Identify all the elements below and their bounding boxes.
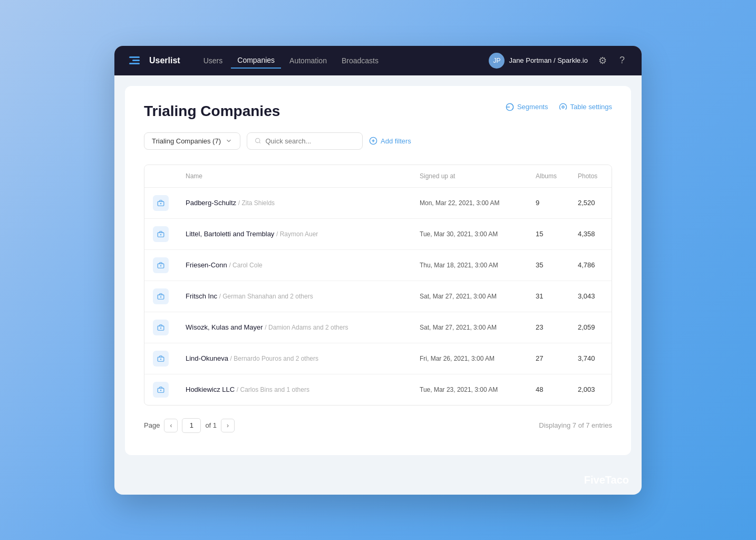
user-name: Jane Portman / Sparkle.io — [509, 56, 588, 64]
col-date-header: Signed up at — [411, 165, 527, 188]
nav-companies[interactable]: Companies — [231, 53, 281, 69]
company-name: Lind-Okuneva — [186, 354, 228, 362]
table-header-row: Name Signed up at Albums Photos — [144, 165, 612, 188]
nav-users[interactable]: Users — [197, 53, 229, 68]
row-albums-cell: 15 — [527, 218, 569, 249]
prev-page-button[interactable]: ‹ — [164, 419, 178, 432]
nav-links: Users Companies Automation Broadcasts — [197, 53, 472, 69]
search-wrap — [247, 132, 363, 150]
row-date-cell: Sat, Mar 27, 2021, 3:00 AM — [411, 312, 527, 343]
col-name-header: Name — [177, 165, 411, 188]
footer-brand: FiveTaco — [114, 466, 642, 495]
company-name: Padberg-Schultz — [186, 199, 236, 207]
page-title: Trialing Companies — [144, 103, 280, 120]
page-header: Trialing Companies Segments Table settin… — [144, 103, 612, 120]
segment-dropdown[interactable]: Trialing Companies (7) — [144, 132, 240, 150]
row-name-cell: Lind-Okuneva / Bernardo Pouros and 2 oth… — [177, 343, 411, 374]
help-icon[interactable]: ? — [617, 53, 627, 68]
company-user: / Carlos Bins and 1 others — [237, 386, 309, 393]
table-row[interactable]: Littel, Bartoletti and Tremblay / Raymon… — [144, 218, 612, 249]
row-albums-cell: 23 — [527, 312, 569, 343]
row-photos-cell: 2,059 — [569, 312, 612, 343]
avatar: JP — [489, 53, 505, 69]
company-user: / Carol Cole — [229, 262, 262, 269]
row-name-cell: Littel, Bartoletti and Tremblay / Raymon… — [177, 218, 411, 249]
pagination-info: Displaying 7 of 7 entries — [539, 421, 612, 429]
nav-broadcasts[interactable]: Broadcasts — [335, 53, 385, 68]
chevron-down-icon — [225, 137, 232, 144]
row-albums-cell: 48 — [527, 374, 569, 405]
page-actions: Segments Table settings — [506, 103, 612, 111]
nav-automation[interactable]: Automation — [283, 53, 333, 68]
row-date-cell: Sat, Mar 27, 2021, 3:00 AM — [411, 281, 527, 312]
of-label: of 1 — [205, 421, 217, 429]
col-photos-header: Photos — [569, 165, 612, 188]
svg-point-1 — [562, 106, 564, 108]
table-row[interactable]: Friesen-Conn / Carol Cole Thu, Mar 18, 2… — [144, 249, 612, 281]
company-icon — [153, 226, 169, 242]
row-name-cell: Friesen-Conn / Carol Cole — [177, 249, 411, 281]
row-date-cell: Fri, Mar 26, 2021, 3:00 AM — [411, 343, 527, 374]
row-icon-cell — [144, 281, 177, 312]
row-icon-cell — [144, 187, 177, 218]
table-row[interactable]: Padberg-Schultz / Zita Shields Mon, Mar … — [144, 187, 612, 218]
row-date-cell: Mon, Mar 22, 2021, 3:00 AM — [411, 187, 527, 218]
add-filters-button[interactable]: Add filters — [369, 137, 411, 145]
svg-line-3 — [259, 142, 260, 143]
navbar: Userlist Users Companies Automation Broa… — [114, 46, 642, 75]
nav-right: JP Jane Portman / Sparkle.io ⚙ ? — [489, 53, 627, 69]
next-page-button[interactable]: › — [221, 419, 235, 432]
company-icon — [153, 382, 169, 398]
plus-circle-icon — [369, 137, 377, 145]
row-icon-cell — [144, 249, 177, 281]
table-row[interactable]: Fritsch Inc / German Shanahan and 2 othe… — [144, 281, 612, 312]
company-icon — [153, 320, 169, 335]
table-row[interactable]: Wisozk, Kulas and Mayer / Damion Adams a… — [144, 312, 612, 343]
page-input[interactable] — [182, 418, 201, 433]
company-user: / Zita Shields — [238, 199, 275, 207]
row-photos-cell: 2,520 — [569, 187, 612, 218]
pagination: Page ‹ of 1 › Displaying 7 of 7 entries — [144, 418, 612, 433]
row-albums-cell: 27 — [527, 343, 569, 374]
page-label: Page — [144, 421, 160, 429]
search-input[interactable] — [266, 137, 355, 145]
row-photos-cell: 3,740 — [569, 343, 612, 374]
brand-name: Userlist — [149, 56, 180, 65]
row-photos-cell: 2,003 — [569, 374, 612, 405]
company-icon — [153, 288, 169, 304]
row-albums-cell: 35 — [527, 249, 569, 281]
col-icon-header — [144, 165, 177, 188]
row-icon-cell — [144, 312, 177, 343]
company-user: / Bernardo Pouros and 2 others — [230, 355, 318, 362]
main-content: Trialing Companies Segments Table settin… — [125, 86, 631, 455]
pagination-left: Page ‹ of 1 › — [144, 418, 235, 433]
company-icon — [153, 257, 169, 273]
settings-icon[interactable]: ⚙ — [596, 53, 609, 69]
company-name: Hodkiewicz LLC — [186, 385, 235, 393]
row-photos-cell: 3,043 — [569, 281, 612, 312]
segments-icon — [506, 103, 514, 111]
row-name-cell: Padberg-Schultz / Zita Shields — [177, 187, 411, 218]
brand-icon — [129, 53, 144, 68]
row-date-cell: Thu, Mar 18, 2021, 3:00 AM — [411, 249, 527, 281]
row-name-cell: Wisozk, Kulas and Mayer / Damion Adams a… — [177, 312, 411, 343]
nav-user: JP Jane Portman / Sparkle.io — [489, 53, 588, 69]
segments-button[interactable]: Segments — [506, 103, 548, 111]
search-icon — [255, 137, 261, 144]
col-albums-header: Albums — [527, 165, 569, 188]
table-row[interactable]: Lind-Okuneva / Bernardo Pouros and 2 oth… — [144, 343, 612, 374]
row-photos-cell: 4,786 — [569, 249, 612, 281]
row-icon-cell — [144, 218, 177, 249]
filters-row: Trialing Companies (7) Add filters — [144, 132, 612, 150]
row-icon-cell — [144, 343, 177, 374]
company-name: Friesen-Conn — [186, 261, 227, 269]
row-name-cell: Fritsch Inc / German Shanahan and 2 othe… — [177, 281, 411, 312]
company-name: Fritsch Inc — [186, 292, 217, 300]
brand: Userlist — [129, 53, 180, 68]
company-user: / Raymon Auer — [276, 230, 318, 238]
company-name: Littel, Bartoletti and Tremblay — [186, 230, 274, 238]
table-settings-button[interactable]: Table settings — [559, 103, 613, 111]
company-icon — [153, 195, 169, 211]
companies-table: Name Signed up at Albums Photos — [144, 165, 612, 406]
table-row[interactable]: Hodkiewicz LLC / Carlos Bins and 1 other… — [144, 374, 612, 405]
